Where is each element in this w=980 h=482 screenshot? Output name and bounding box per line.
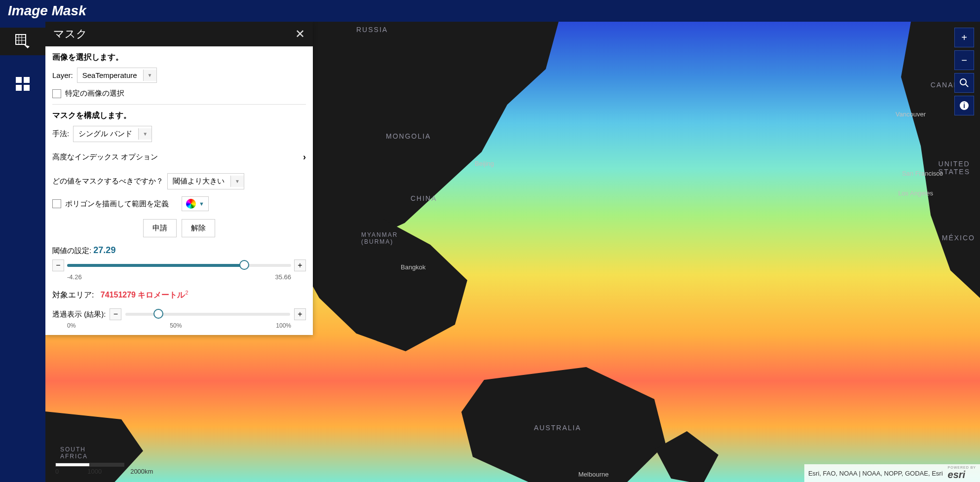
scalebar-seg [55,463,90,467]
threshold-value: 27.29 [93,245,115,255]
attribution-bar: Esri, FAO, NOAA | NOAA, NOPP, GODAE, Esr… [804,464,980,482]
scalebar: 0 1000 2000km [55,463,153,475]
map-controls: + − i [954,28,974,115]
which-value-select[interactable]: 閾値より大きい ▼ [167,173,244,189]
app-header: Image Mask [0,0,980,22]
panel-header: マスク ✕ [45,22,313,46]
trans-tick-0: 0% [67,322,75,329]
specific-image-checkbox[interactable] [52,89,61,98]
esri-logo: esri [948,469,966,480]
method-select[interactable]: シングル バンド ▼ [73,126,152,142]
apply-button[interactable]: 申請 [143,219,177,237]
method-select-value: シングル バンド [78,129,132,139]
attribution-text: Esri, FAO, NOAA | NOAA, NOPP, GODAE, Esr… [808,470,943,477]
specific-image-label: 特定の画像の選択 [65,89,124,98]
esri-powered-by: POWERED BY [948,466,976,469]
polygon-label: ポリゴンを描画して範囲を定義 [65,199,169,209]
trans-tick-1: 50% [170,322,182,329]
svg-rect-7 [16,85,22,91]
sidebar-tool-mask[interactable] [0,28,45,55]
trans-decrement[interactable]: − [110,308,121,320]
app-title: Image Mask [8,3,86,18]
search-button[interactable] [954,73,974,93]
advanced-label: 高度なインデックス オプション [52,152,158,162]
slider-decrement[interactable]: − [52,260,64,271]
slider-min: -4.26 [67,273,82,281]
scalebar-seg [90,463,124,467]
slider-fill [67,264,244,267]
panel-title: マスク [53,27,87,41]
svg-point-9 [960,79,966,85]
sidebar-tool-gallery[interactable] [9,70,37,98]
area-exponent: 2 [185,290,188,296]
svg-rect-5 [16,77,22,83]
svg-rect-8 [24,85,30,91]
area-label: 対象エリア: [52,291,94,299]
chevron-down-icon: ▼ [143,70,156,81]
clear-button[interactable]: 解除 [182,219,215,237]
sidebar [0,22,45,482]
scale-1: 1000 [87,468,102,475]
area-unit: キロメートル [138,291,185,299]
layer-select[interactable]: SeaTemperature ▼ [77,68,157,83]
svg-text:i: i [963,102,965,110]
method-label: 手法: [52,129,69,139]
slider-increment[interactable]: + [294,260,306,271]
info-icon: i [959,101,969,111]
configure-title: マスクを構成します。 [52,111,306,121]
which-value-select-value: 閾値より大きい [173,177,225,186]
mask-tool-icon [13,32,33,51]
trans-increment[interactable]: + [294,308,306,320]
scale-0: 0 [55,468,59,475]
polygon-checkbox[interactable] [52,199,61,208]
chevron-right-icon: › [303,152,306,162]
advanced-options-toggle[interactable]: 高度なインデックス オプション › [52,148,306,166]
plus-icon: + [961,32,967,43]
svg-rect-6 [24,77,30,83]
which-value-label: どの値をマスクするべきですか？ [52,177,163,186]
svg-rect-0 [16,35,26,44]
chevron-down-icon: ▼ [138,128,151,140]
chevron-down-icon: ▼ [199,201,204,207]
area-value: 74151279 [101,291,136,299]
slider-handle[interactable] [153,309,163,319]
trans-tick-2: 100% [276,322,291,329]
gallery-icon [14,75,32,93]
divider [52,104,306,105]
svg-line-10 [966,84,968,87]
threshold-slider[interactable] [67,264,291,267]
layer-select-value: SeaTemperature [82,71,137,79]
close-icon[interactable]: ✕ [295,27,305,41]
info-button[interactable]: i [954,96,974,115]
search-icon [959,78,969,88]
scale-2: 2000km [130,468,153,475]
transparency-label: 透過表示 (結果): [52,310,106,319]
minus-icon: − [961,55,967,66]
zoom-out-button[interactable]: − [954,50,974,70]
slider-handle[interactable] [239,260,249,270]
select-image-title: 画像を選択します。 [52,52,306,63]
slider-max: 35.66 [275,273,291,281]
threshold-label: 閾値の設定: [52,246,91,255]
map-canvas[interactable]: RUSSIA MONGOLIA CHINA MYANMAR (BURMA) AU… [45,22,980,482]
layer-label: Layer: [52,71,73,79]
chevron-down-icon: ▼ [230,176,244,187]
transparency-slider[interactable] [125,313,290,316]
zoom-in-button[interactable]: + [954,28,974,47]
mask-panel: マスク ✕ 画像を選択します。 Layer: SeaTemperature ▼ … [45,22,313,335]
color-swatch-icon [186,199,196,209]
color-picker[interactable]: ▼ [182,196,209,211]
